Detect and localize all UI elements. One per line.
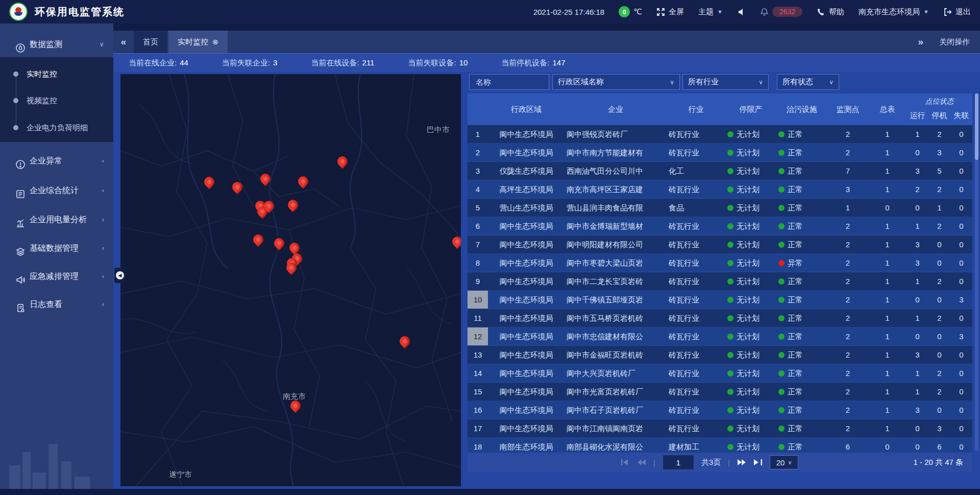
table-row[interactable]: 6阆中生态环境局阆中市金博瑞新型墙材砖瓦行业无计划正常21120 [468,217,972,235]
industry-cell: 砖瓦行业 [667,346,725,364]
stop-count-cell: 3 [928,144,950,161]
table-row[interactable]: 9阆中生态环境局阆中市二龙长宝页岩砖砖瓦行业无计划正常21120 [468,272,972,291]
sidebar-item-enterprise-anomaly[interactable]: 企业异常‹ [0,150,113,172]
table-row[interactable]: 11阆中生态环境局阆中市五马桥页岩机砖砖瓦行业无计划正常21120 [468,309,972,327]
region-cell: 阆中生态环境局 [488,401,565,419]
meters-cell: 1 [868,401,906,419]
meters-cell: 1 [868,327,906,345]
table-row[interactable]: 14阆中生态环境局阆中大兴页岩机砖厂砖瓦行业无计划正常21120 [468,364,972,383]
meters-cell: 1 [868,162,906,180]
tabs-scroll-left-button[interactable]: « [113,31,134,53]
org-dropdown[interactable]: 南充市生态环境局▼ [859,7,929,17]
bullet-icon [13,98,18,103]
mute-button[interactable] [737,8,746,16]
fullscreen-button[interactable]: 全屏 [656,7,684,17]
meters-cell: 1 [868,235,906,253]
tabs-scroll-right-button[interactable]: » [918,36,922,48]
close-tab-icon[interactable]: ⊗ [212,38,218,46]
prev-page-button[interactable] [637,459,646,466]
table-row[interactable]: 4高坪生态环境局南充市高坪区王家店建砖瓦行业无计划正常31220 [468,180,972,199]
industry-filter-select[interactable]: 所有行业∨ [682,74,769,90]
points-cell: 2 [827,272,868,290]
sidebar-item-enterprise-statistics[interactable]: 企业综合统计‹ [0,179,113,202]
sidebar-item-power-analysis[interactable]: 企业用电量分析‹ [0,208,113,231]
points-cell: 2 [827,291,868,309]
limit-status-cell: 无计划 [725,199,776,217]
sidebar-item-log-view[interactable]: 日志查看‹ [0,293,113,316]
stop-count-cell: 0 [928,401,950,419]
status-dot-icon [778,444,785,450]
name-filter-input[interactable] [469,74,549,90]
page-size-select[interactable]: 20∨ [770,455,798,469]
facility-status-cell: 正常 [776,162,827,180]
limit-status-cell: 无计划 [725,272,776,290]
table-row[interactable]: 17阆中生态环境局阆中市江南镇阆南页岩砖瓦行业无计划正常21030 [468,419,972,438]
log-icon [15,299,26,310]
table-row[interactable]: 2阆中生态环境局阆中市南方节能建材有砖瓦行业无计划正常21030 [468,144,972,162]
run-count-cell: 0 [906,291,928,309]
logout-button[interactable]: 退出 [943,7,971,17]
lost-count-cell: 0 [950,144,972,161]
status-filter-select[interactable]: 所有状态∨ [777,74,839,90]
row-number-cell: 6 [468,217,488,235]
temperature: 0 ℃ [619,6,642,17]
meters-cell: 1 [868,309,906,327]
table-row[interactable]: 1阆中生态环境局阆中强锐页岩砖厂砖瓦行业无计划正常21120 [468,125,972,144]
collapse-map-button[interactable]: ◀ [114,268,126,283]
table-row[interactable]: 12阆中生态环境局阆中市忠信建材有限公砖瓦行业无计划正常21003 [468,327,972,346]
notifications[interactable]: 2632 [760,7,802,17]
points-cell: 2 [827,144,868,161]
lost-count-cell: 0 [950,419,972,437]
industry-cell: 砖瓦行业 [667,383,725,400]
next-page-button[interactable] [737,459,746,466]
stat-label: 当前停机设备: [501,58,549,68]
name-input[interactable] [475,77,544,87]
status-dot-icon [727,407,733,413]
status-dot-icon [778,150,785,156]
theme-dropdown[interactable]: 主题▼ [698,7,723,17]
table-row[interactable]: 3仪陇生态环境局西南油气田分公司川中化工无计划正常71350 [468,162,972,180]
page-number-input[interactable] [663,455,694,470]
region-cell: 高坪生态环境局 [488,180,565,198]
region-cell: 阆中生态环境局 [488,346,565,364]
close-operations-button[interactable]: 关闭操作 [939,37,970,47]
table-row[interactable]: 16阆中生态环境局阆中市石子页岩机砖厂砖瓦行业无计划正常21300 [468,401,972,419]
pagination-bar: | 共3页 | 20∨ 1 - 20 共 47 条 [468,453,972,472]
status-dot-icon [727,168,733,174]
last-page-button[interactable] [753,459,763,466]
points-cell: 2 [827,235,868,253]
sidebar-item-realtime-monitor[interactable]: 实时监控 [0,65,113,83]
lost-count-cell: 0 [950,309,972,327]
facility-status-cell: 正常 [776,235,827,253]
tab-realtime-monitor[interactable]: 实时监控⊗ [168,31,228,53]
status-dot-icon [727,334,733,340]
table-row[interactable]: 8阆中生态环境局阆中市枣碧大梁山页岩砖瓦行业无计划异常21300 [468,254,972,272]
table-row[interactable]: 7阆中生态环境局阆中明阳建材有限公司砖瓦行业无计划正常21300 [468,235,972,254]
map[interactable]: 巴中市 南充市 遂宁市 [120,74,461,486]
limit-status-cell: 无计划 [725,235,776,253]
meters-cell: 1 [868,364,906,382]
limit-status-cell: 无计划 [725,144,776,161]
table-row[interactable]: 15阆中生态环境局阆中市光富页岩机砖厂砖瓦行业无计划正常21120 [468,383,972,401]
sidebar-item-data-monitor[interactable]: 数据监测∨ [0,33,113,56]
sidebar-item-base-data[interactable]: 基础数据管理‹ [0,237,113,260]
first-page-button[interactable] [621,459,630,466]
region-filter-select[interactable]: 行政区域名称∨ [552,74,680,90]
help-button[interactable]: 帮助 [817,7,844,17]
tab-home[interactable]: 首页 [134,31,167,53]
sidebar-item-video-monitor[interactable]: 视频监控 [0,91,113,110]
sidebar-item-power-load-detail[interactable]: 企业电力负荷明细 [0,119,113,137]
chevron-down-icon: ∨ [758,79,763,86]
stop-count-cell: 1 [928,199,950,217]
sidebar-item-emergency-reduction[interactable]: 应急减排管理‹ [0,265,113,288]
table-row[interactable]: 13阆中生态环境局阆中市金福旺页岩机砖砖瓦行业无计划正常21300 [468,346,972,364]
meters-cell: 1 [868,180,906,198]
limit-status-cell: 无计划 [725,401,776,419]
summary-icon [15,185,26,196]
table-row[interactable]: 10阆中生态环境局阆中千佛镇五郎垭页岩砖瓦行业无计划正常21003 [468,291,972,309]
row-number-cell: 7 [468,235,488,253]
stat-label: 当前在线企业: [129,58,177,68]
table-row[interactable]: 5营山生态环境局营山县润丰肉食品有限食品无计划正常10010 [468,199,972,217]
limit-status-cell: 无计划 [725,364,776,382]
scrollbar-thumb[interactable] [975,93,978,160]
